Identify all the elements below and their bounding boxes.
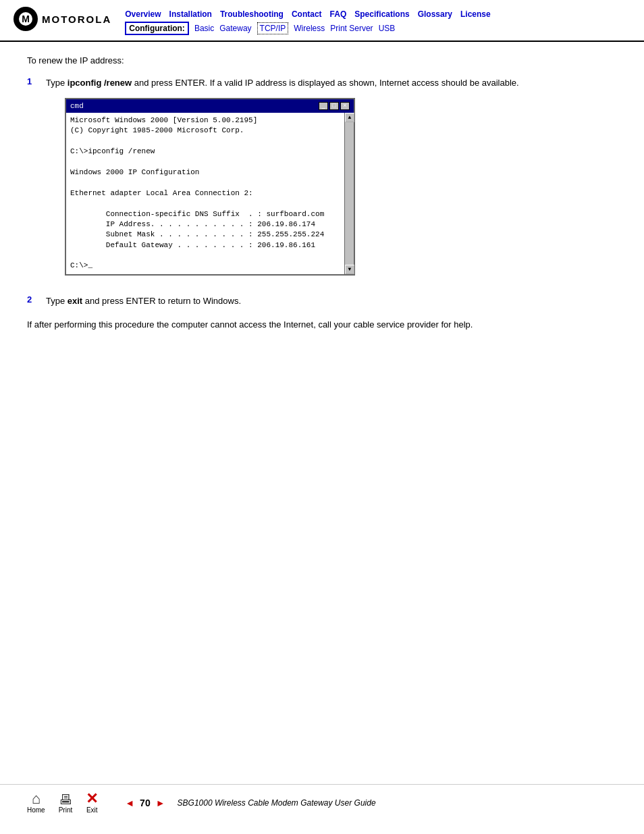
print-button[interactable]: 🖶 Print <box>59 793 73 814</box>
config-usb[interactable]: USB <box>379 24 396 33</box>
intro-paragraph: To renew the IP address: <box>27 55 617 66</box>
cmd-window: cmd _ □ × Microsoft Windows 2000 [Versio… <box>65 98 355 276</box>
motorola-wordmark: MOTOROLA <box>42 14 111 25</box>
page-navigation: ◄ 70 ► SBG1000 Wireless Cable Modem Gate… <box>125 798 375 808</box>
config-basic[interactable]: Basic <box>194 24 214 33</box>
nav-specifications[interactable]: Specifications <box>354 9 409 19</box>
guide-title: SBG1000 Wireless Cable Modem Gateway Use… <box>178 798 376 808</box>
step-1-text-after: and press ENTER. If a valid IP address i… <box>132 78 519 88</box>
cmd-title: cmd <box>70 101 84 112</box>
cmd-minimize-button[interactable]: _ <box>319 102 328 110</box>
nav-installation[interactable]: Installation <box>169 9 212 19</box>
navigation-area: Overview Installation Troubleshooting Co… <box>125 7 491 35</box>
bottom-navigation: ⌂ Home 🖶 Print ✕ Exit ◄ 70 ► SBG1000 Wir… <box>0 784 644 820</box>
config-nav-row: Configuration: Basic Gateway TCP/IP Wire… <box>125 22 491 35</box>
prev-page-button[interactable]: ◄ <box>125 798 134 808</box>
page-header: M MOTOROLA Overview Installation Trouble… <box>0 0 644 42</box>
cmd-scroll-down-button[interactable]: ▼ <box>345 265 354 274</box>
nav-contact[interactable]: Contact <box>292 9 322 19</box>
config-tcpip[interactable]: TCP/IP <box>257 22 289 34</box>
cmd-line-4 <box>70 157 340 167</box>
print-label: Print <box>59 806 73 814</box>
print-icon: 🖶 <box>59 793 72 806</box>
nav-troubleshooting[interactable]: Troubleshooting <box>220 9 284 19</box>
config-print-server[interactable]: Print Server <box>330 24 373 33</box>
cmd-line-6 <box>70 178 340 188</box>
bottom-icons: ⌂ Home 🖶 Print ✕ Exit <box>27 791 98 814</box>
cmd-body: Microsoft Windows 2000 [Version 5.00.219… <box>66 113 354 274</box>
cmd-line-5: Windows 2000 IP Configuration <box>70 167 340 178</box>
step-1-number: 1 <box>27 76 41 86</box>
step-1: 1 Type ipconfig /renew and press ENTER. … <box>27 76 617 284</box>
logo-area: M MOTOROLA <box>14 7 111 31</box>
step-2-text-before: Type <box>46 296 68 306</box>
motorola-logo-icon: M <box>14 7 38 31</box>
home-icon: ⌂ <box>32 791 41 806</box>
svg-text:M: M <box>22 14 30 24</box>
nav-glossary[interactable]: Glossary <box>418 9 452 19</box>
main-content: To renew the IP address: 1 Type ipconfig… <box>0 42 644 345</box>
exit-icon: ✕ <box>86 791 98 806</box>
cmd-line-8 <box>70 199 340 209</box>
cmd-titlebar: cmd _ □ × <box>66 99 354 113</box>
cmd-body-inner: Microsoft Windows 2000 [Version 5.00.219… <box>70 115 350 271</box>
cmd-line-3: C:\>ipconfig /renew <box>70 147 340 157</box>
cmd-maximize-button[interactable]: □ <box>329 102 339 110</box>
cmd-line-0: Microsoft Windows 2000 [Version 5.00.219… <box>70 115 340 126</box>
step-2: 2 Type exit and press ENTER to return to… <box>27 294 617 308</box>
step-2-text: Type exit and press ENTER to return to W… <box>46 294 241 308</box>
next-page-button[interactable]: ► <box>156 798 165 808</box>
cmd-line-12: Default Gateway . . . . . . . . : 206.19… <box>70 240 340 251</box>
cmd-line-10: IP Address. . . . . . . . . . . : 206.19… <box>70 219 340 230</box>
exit-button[interactable]: ✕ Exit <box>86 791 98 814</box>
config-gateway[interactable]: Gateway <box>219 24 251 33</box>
cmd-title-buttons: _ □ × <box>319 102 350 110</box>
exit-label: Exit <box>86 806 98 814</box>
footer-paragraph: If after performing this procedure the c… <box>27 318 617 332</box>
page-number: 70 <box>140 798 151 808</box>
step-1-cmd: ipconfig /renew <box>68 78 132 88</box>
cmd-scroll-up-button[interactable]: ▲ <box>345 113 354 122</box>
cmd-close-button[interactable]: × <box>340 102 350 110</box>
cmd-line-1: (C) Copyright 1985-2000 Microsoft Corp. <box>70 126 340 136</box>
config-label: Configuration: <box>125 22 189 35</box>
step-2-cmd: exit <box>68 296 82 306</box>
home-label: Home <box>27 806 45 814</box>
step-1-text: Type ipconfig /renew and press ENTER. If… <box>46 76 519 284</box>
config-wireless[interactable]: Wireless <box>294 24 325 33</box>
top-nav-row: Overview Installation Troubleshooting Co… <box>125 9 491 19</box>
cmd-line-2 <box>70 136 340 147</box>
nav-license[interactable]: License <box>460 9 491 19</box>
step-1-text-before: Type <box>46 78 68 88</box>
cmd-scrollbar[interactable]: ▲ ▼ <box>344 113 354 274</box>
home-button[interactable]: ⌂ Home <box>27 791 45 814</box>
cmd-line-9: Connection-specific DNS Suffix . : surfb… <box>70 209 340 219</box>
step-2-text-after: and press ENTER to return to Windows. <box>82 296 241 306</box>
nav-faq[interactable]: FAQ <box>330 9 347 19</box>
step-2-number: 2 <box>27 294 41 305</box>
cmd-line-7: Ethernet adapter Local Area Connection 2… <box>70 188 340 199</box>
cmd-line-11: Subnet Mask . . . . . . . . . . : 255.25… <box>70 230 340 240</box>
nav-overview[interactable]: Overview <box>125 9 161 19</box>
cmd-line-14: C:\>_ <box>70 261 340 271</box>
cmd-line-13 <box>70 251 340 261</box>
